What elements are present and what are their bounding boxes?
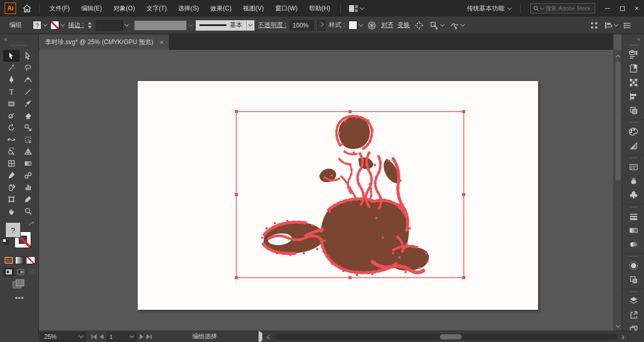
artboard-number-input[interactable] [110, 334, 124, 340]
fill-proxy-swatch[interactable]: ? [5, 222, 21, 238]
edit-toolbar-button[interactable]: ••• [0, 294, 39, 302]
tool-gradient[interactable] [20, 157, 36, 169]
artwork-li-shizhen[interactable] [138, 81, 538, 310]
recolor-artwork-button[interactable] [366, 19, 378, 32]
panel-color[interactable] [622, 125, 644, 139]
panel-symbols[interactable] [622, 188, 644, 202]
isolate-object-dropdown[interactable] [428, 19, 445, 32]
align-to-dropdown[interactable] [603, 19, 619, 32]
panel-align[interactable] [622, 89, 644, 103]
tool-rectangle[interactable] [3, 98, 20, 110]
maximize-button[interactable] [615, 0, 629, 17]
panel-gradient[interactable] [622, 139, 644, 153]
tool-magic-wand[interactable] [3, 62, 20, 74]
menu-object[interactable]: 对象(O) [108, 0, 140, 17]
dock-drag-handle[interactable] [629, 45, 638, 46]
minimize-button[interactable] [600, 0, 615, 17]
tool-width[interactable] [3, 133, 20, 145]
tool-eraser[interactable] [20, 110, 36, 121]
panel-export[interactable] [622, 308, 644, 322]
artboard[interactable] [138, 81, 538, 310]
panel-graphic-styles[interactable] [622, 272, 644, 286]
swap-fill-stroke-icon[interactable] [29, 221, 35, 229]
stroke-panel-link[interactable]: 描边 : [68, 21, 84, 30]
menu-help[interactable]: 帮助(H) [303, 0, 336, 17]
tool-shape-builder[interactable] [3, 145, 20, 157]
status-options-flyout[interactable] [259, 333, 262, 340]
scroll-right-icon[interactable] [621, 333, 624, 340]
dock-drag-handle[interactable] [629, 157, 638, 158]
panel-properties[interactable] [622, 47, 644, 61]
tools-drag-handle[interactable] [11, 45, 27, 46]
menu-window[interactable]: 窗口(W) [270, 0, 303, 17]
vertical-scrollbar-thumb[interactable] [615, 61, 621, 181]
gradient-button[interactable] [15, 256, 24, 264]
panel-transparency[interactable] [622, 237, 644, 251]
menu-type[interactable]: 文字(T) [141, 0, 172, 17]
document-arrangement-dropdown[interactable] [345, 0, 368, 17]
workspace-switcher[interactable]: 传统基本功能 [462, 4, 516, 13]
menu-effect[interactable]: 效果(C) [205, 0, 237, 17]
draw-normal-button[interactable] [3, 268, 14, 276]
search-input[interactable] [545, 5, 590, 11]
fill-color-dropdown[interactable]: ? [33, 21, 47, 30]
stock-search[interactable] [530, 3, 595, 13]
tool-blend[interactable] [20, 169, 36, 181]
brush-definition-combo[interactable]: 基本 [196, 20, 254, 31]
none-button[interactable] [26, 256, 35, 264]
close-button[interactable]: × [629, 0, 644, 17]
horizontal-scrollbar[interactable] [275, 334, 618, 340]
tool-artboard[interactable] [3, 193, 20, 205]
opacity-panel-link[interactable]: 不透明度 : [258, 21, 287, 30]
vertical-scrollbar[interactable] [613, 50, 622, 331]
tool-symbol-sprayer[interactable] [3, 181, 20, 193]
panel-pathfinder[interactable] [622, 103, 644, 117]
home-icon[interactable] [19, 0, 35, 17]
color-button[interactable] [4, 256, 14, 264]
tool-shaper[interactable] [3, 110, 20, 121]
scroll-down-icon[interactable] [616, 321, 620, 329]
screen-mode-button[interactable] [12, 279, 25, 291]
menu-file[interactable]: 文件(F) [44, 0, 75, 17]
tool-pen[interactable] [3, 74, 20, 86]
align-panel-link[interactable]: 对齐 [381, 21, 394, 30]
tool-type[interactable]: T [3, 86, 20, 98]
menu-view[interactable]: 视图(V) [237, 0, 270, 17]
previous-artboard-button[interactable] [100, 334, 103, 339]
artboard-number-dropdown[interactable] [106, 332, 137, 341]
tool-mesh[interactable] [3, 157, 20, 169]
tool-curvature[interactable] [20, 74, 36, 86]
tool-lasso[interactable] [20, 62, 36, 74]
tool-hand[interactable] [3, 205, 20, 217]
scroll-up-icon[interactable] [616, 53, 620, 60]
scroll-left-icon[interactable] [267, 333, 271, 340]
panel-layers[interactable] [622, 294, 644, 308]
draw-inside-button[interactable] [27, 268, 38, 276]
default-fill-stroke-icon[interactable] [2, 238, 9, 247]
tool-scale[interactable] [20, 121, 36, 133]
opacity-expand-button[interactable] [317, 20, 325, 31]
stroke-width-combo[interactable] [96, 20, 131, 31]
transform-panel-link[interactable]: 变换 [397, 21, 410, 30]
illustrator-logo-icon[interactable]: Ai [5, 3, 16, 14]
panel-libraries[interactable] [622, 61, 644, 75]
style-dropdown[interactable] [348, 21, 363, 30]
stroke-width-stepper[interactable] [88, 22, 92, 29]
align-objects-button[interactable] [589, 19, 599, 32]
opacity-input[interactable] [290, 20, 314, 31]
tool-column-graph[interactable] [20, 181, 36, 193]
menu-select[interactable]: 选择(S) [172, 0, 205, 17]
tool-line-segment[interactable] [20, 86, 36, 98]
document-tab[interactable]: 李时珍.svg* @ 25% (CMYK/GPU 预览) × [39, 34, 169, 50]
tool-direct-selection[interactable] [20, 50, 36, 62]
expand-panels-icon[interactable]: « [637, 36, 640, 42]
dock-drag-handle[interactable] [629, 122, 638, 123]
menu-edit[interactable]: 编辑(E) [75, 0, 108, 17]
tab-close-icon[interactable]: × [159, 38, 164, 46]
horizontal-scrollbar-thumb[interactable] [440, 334, 462, 339]
select-similar-dropdown[interactable] [449, 19, 465, 32]
stroke-color-dropdown[interactable] [50, 21, 64, 30]
collapse-tools-icon[interactable]: « [4, 36, 7, 42]
panel-appearance[interactable] [622, 258, 644, 272]
draw-behind-button[interactable] [15, 268, 26, 276]
